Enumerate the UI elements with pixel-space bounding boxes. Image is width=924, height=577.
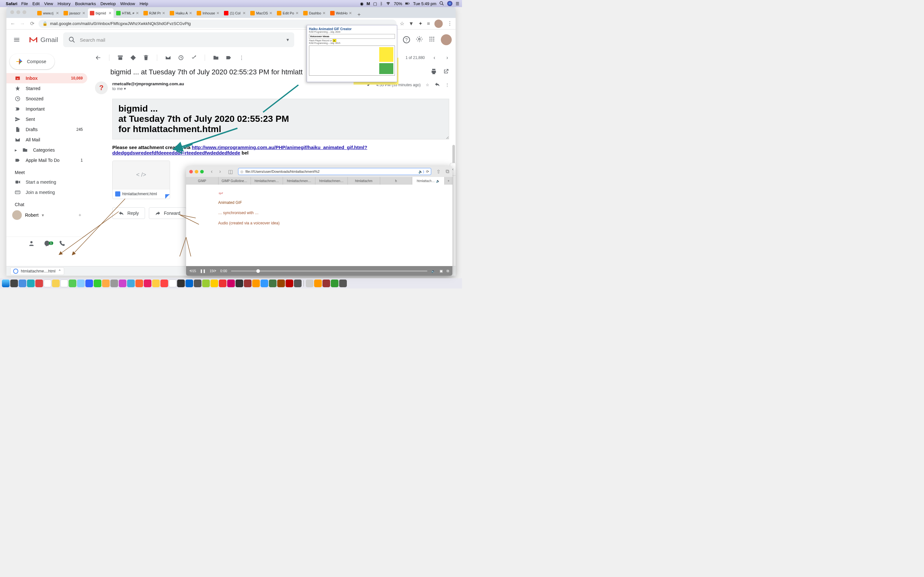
dock-app[interactable] <box>169 279 176 287</box>
chevron-up-icon[interactable]: ⌃ <box>58 269 61 274</box>
tab[interactable]: www.rj✕ <box>35 8 61 18</box>
dock-app[interactable] <box>110 279 118 287</box>
dock-app[interactable] <box>127 279 135 287</box>
dock-app-filezilla[interactable] <box>286 279 293 287</box>
sidebar-item-label[interactable]: Apple Mail To Do1 <box>6 155 87 165</box>
sidebar-item-sent[interactable]: Sent <box>6 114 87 124</box>
menu-history[interactable]: History <box>57 1 70 6</box>
safari-url-field[interactable]: ◎ file:///Users/user/Downloads/htmlattac… <box>238 168 431 175</box>
download-chip[interactable]: htmlattachme....html ⌃ <box>10 268 64 275</box>
delete-icon[interactable] <box>143 55 149 61</box>
prev-icon[interactable]: ‹ <box>431 55 438 61</box>
forward-button[interactable]: › <box>216 169 224 174</box>
tab[interactable]: javascr✕ <box>61 8 87 18</box>
dock-trash[interactable] <box>339 279 347 287</box>
search-options-icon[interactable]: ▾ <box>286 37 289 43</box>
dock-app[interactable] <box>236 279 243 287</box>
sidebar-item-inbox[interactable]: Inbox10,069 <box>6 73 87 83</box>
dock-app[interactable] <box>210 279 218 287</box>
chat-user-row[interactable]: Robert ▾ ＋ <box>6 209 87 221</box>
snooze-icon[interactable] <box>178 55 184 61</box>
reading-list-icon[interactable]: ≡ <box>427 21 430 27</box>
tab[interactable]: Dashbo✕ <box>301 8 328 18</box>
dock-app[interactable] <box>202 279 210 287</box>
tab[interactable]: Inhouse✕ <box>195 8 221 18</box>
tab-active[interactable]: bigmid✕ <box>88 8 113 18</box>
dock-app[interactable] <box>277 279 285 287</box>
dock-app[interactable] <box>219 279 226 287</box>
dock-app[interactable] <box>52 279 60 287</box>
dock-app[interactable] <box>227 279 235 287</box>
volume-icon[interactable]: 🔈 <box>431 269 436 273</box>
new-tab-button[interactable]: ＋ <box>445 177 452 185</box>
clock[interactable]: Tue 5:49 pm <box>413 1 436 6</box>
seek-slider[interactable] <box>231 271 427 271</box>
next-icon[interactable]: › <box>444 55 451 61</box>
macos-dock[interactable] <box>0 278 462 288</box>
brave-icon[interactable]: ▼ <box>409 21 414 27</box>
tab[interactable]: Haiku A✕ <box>168 8 194 18</box>
dock-app[interactable] <box>69 279 76 287</box>
forward-button[interactable]: → <box>19 21 26 27</box>
new-tab-button[interactable]: ＋ <box>355 11 363 18</box>
window-controls[interactable] <box>189 170 204 173</box>
meet-join[interactable]: Join a meeting <box>6 187 87 197</box>
popout-icon[interactable] <box>443 68 449 76</box>
scrollbar-thumb[interactable] <box>452 145 455 164</box>
wifi-icon[interactable] <box>386 1 391 6</box>
back-to-inbox-icon[interactable] <box>95 55 102 61</box>
forward-button[interactable]: Forward <box>149 207 186 219</box>
spam-icon[interactable] <box>130 55 136 61</box>
dock-folder[interactable] <box>306 279 313 287</box>
hamburger-icon[interactable] <box>10 33 23 46</box>
reader-audio-icon[interactable]: 🔈) <box>418 169 424 174</box>
person-icon[interactable] <box>28 240 35 247</box>
siri-icon[interactable] <box>447 1 452 6</box>
menu-extras-icon[interactable]: ☰ <box>456 1 459 6</box>
star-icon[interactable]: ☆ <box>400 21 404 27</box>
apps-icon[interactable] <box>429 36 435 44</box>
tab[interactable]: MacOS✕ <box>248 8 274 18</box>
dock-app[interactable] <box>160 279 168 287</box>
safari-tab[interactable]: h <box>380 177 413 185</box>
dock-app[interactable] <box>144 279 152 287</box>
dock-app[interactable] <box>244 279 252 287</box>
sidebar-item-snoozed[interactable]: Snoozed <box>6 93 87 104</box>
safari-tab-active[interactable]: htmlattach… 🔈 <box>412 177 445 185</box>
dock-folder[interactable] <box>314 279 322 287</box>
sidebar-item-important[interactable]: Important <box>6 104 87 114</box>
m-icon[interactable]: M <box>367 1 370 6</box>
rewind-icon[interactable]: ⟲15 <box>189 269 196 273</box>
dock-app[interactable] <box>186 279 193 287</box>
dock-app[interactable] <box>260 279 268 287</box>
dock-app[interactable] <box>60 279 68 287</box>
bluetooth-icon[interactable]: ᛒ <box>380 1 383 6</box>
dock-folder[interactable] <box>331 279 338 287</box>
dock-app[interactable] <box>177 279 185 287</box>
status-icon[interactable]: ◉ <box>360 1 363 6</box>
label-icon[interactable] <box>226 55 232 61</box>
dock-app[interactable] <box>94 279 102 287</box>
dock-app-safari[interactable] <box>19 279 26 287</box>
dock-app-finder[interactable] <box>2 279 10 287</box>
dock-app[interactable] <box>119 279 126 287</box>
print-icon[interactable] <box>431 68 437 76</box>
to-label[interactable]: to me ▾ <box>112 86 184 91</box>
back-button[interactable]: ‹ <box>208 169 215 174</box>
ffwd-icon[interactable]: 15⟳ <box>210 269 216 273</box>
markread-icon[interactable] <box>165 55 171 61</box>
dock-app[interactable] <box>294 279 302 287</box>
dock-app[interactable] <box>102 279 110 287</box>
dock-app[interactable] <box>10 279 18 287</box>
tab[interactable]: Edit Po✕ <box>275 8 300 18</box>
sidebar-icon[interactable]: ◫ <box>228 169 233 175</box>
tab[interactable]: RJM Pr✕ <box>142 8 168 18</box>
overflow-icon[interactable]: ⋮ <box>447 21 452 27</box>
share-icon[interactable]: ⇧ <box>436 169 441 175</box>
meet-start[interactable]: Start a meeting <box>6 177 87 187</box>
pip-icon[interactable]: ⧉ <box>447 269 449 273</box>
extensions-icon[interactable]: ✦ <box>418 21 423 27</box>
help-icon[interactable]: ? <box>403 36 410 43</box>
dock-app[interactable] <box>27 279 35 287</box>
moveto-icon[interactable] <box>213 55 219 61</box>
